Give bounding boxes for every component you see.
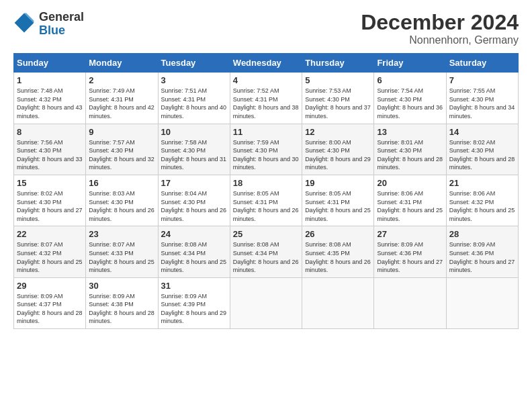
day-info: Sunrise: 8:07 AMSunset: 4:33 PMDaylight:… xyxy=(89,241,154,273)
day-number: 29 xyxy=(17,281,83,291)
day-info: Sunrise: 8:06 AMSunset: 4:32 PMDaylight:… xyxy=(449,190,515,222)
day-number: 10 xyxy=(161,127,227,137)
day-info: Sunrise: 8:06 AMSunset: 4:31 PMDaylight:… xyxy=(377,190,443,222)
logo-icon xyxy=(13,12,35,36)
page-container: General Blue December 2024 Nonnenhorn, G… xyxy=(0,0,532,336)
col-wednesday: Wednesday xyxy=(230,54,302,73)
day-info: Sunrise: 8:04 AMSunset: 4:30 PMDaylight:… xyxy=(161,190,227,222)
calendar-cell: 22Sunrise: 8:07 AMSunset: 4:32 PMDayligh… xyxy=(14,226,86,277)
calendar-cell: 13Sunrise: 8:01 AMSunset: 4:30 PMDayligh… xyxy=(374,124,446,175)
day-number: 1 xyxy=(17,75,83,85)
day-info: Sunrise: 8:09 AMSunset: 4:36 PMDaylight:… xyxy=(449,241,515,273)
day-info: Sunrise: 8:01 AMSunset: 4:30 PMDaylight:… xyxy=(377,139,443,171)
day-info: Sunrise: 8:03 AMSunset: 4:30 PMDaylight:… xyxy=(89,190,154,222)
calendar-header-row: Sunday Monday Tuesday Wednesday Thursday… xyxy=(14,54,519,73)
calendar-cell: 3Sunrise: 7:51 AMSunset: 4:31 PMDaylight… xyxy=(158,73,230,124)
day-number: 14 xyxy=(449,127,515,137)
day-number: 13 xyxy=(377,127,443,137)
day-number: 23 xyxy=(89,229,154,239)
calendar-cell: 21Sunrise: 8:06 AMSunset: 4:32 PMDayligh… xyxy=(446,175,518,226)
day-number: 22 xyxy=(17,229,83,239)
day-info: Sunrise: 7:52 AMSunset: 4:31 PMDaylight:… xyxy=(233,87,299,120)
logo-text: General Blue xyxy=(39,11,84,38)
day-info: Sunrise: 7:58 AMSunset: 4:30 PMDaylight:… xyxy=(161,139,227,171)
day-number: 17 xyxy=(161,178,227,188)
day-info: Sunrise: 8:02 AMSunset: 4:30 PMDaylight:… xyxy=(17,190,83,222)
day-info: Sunrise: 7:49 AMSunset: 4:31 PMDaylight:… xyxy=(89,87,154,120)
calendar-week-row: 1Sunrise: 7:48 AMSunset: 4:32 PMDaylight… xyxy=(14,73,519,124)
calendar-cell: 30Sunrise: 8:09 AMSunset: 4:38 PMDayligh… xyxy=(86,277,158,328)
day-info: Sunrise: 8:09 AMSunset: 4:39 PMDaylight:… xyxy=(161,293,227,325)
calendar-cell: 25Sunrise: 8:08 AMSunset: 4:34 PMDayligh… xyxy=(230,226,302,277)
day-info: Sunrise: 8:00 AMSunset: 4:30 PMDaylight:… xyxy=(305,139,371,171)
main-title: December 2024 xyxy=(361,11,519,34)
calendar-cell: 28Sunrise: 8:09 AMSunset: 4:36 PMDayligh… xyxy=(446,226,518,277)
calendar-cell: 6Sunrise: 7:54 AMSunset: 4:30 PMDaylight… xyxy=(374,73,446,124)
calendar-week-row: 29Sunrise: 8:09 AMSunset: 4:37 PMDayligh… xyxy=(14,277,519,328)
col-tuesday: Tuesday xyxy=(158,54,230,73)
day-info: Sunrise: 7:51 AMSunset: 4:31 PMDaylight:… xyxy=(161,87,227,120)
day-info: Sunrise: 8:05 AMSunset: 4:31 PMDaylight:… xyxy=(233,190,299,222)
day-info: Sunrise: 8:08 AMSunset: 4:34 PMDaylight:… xyxy=(161,241,227,273)
calendar-week-row: 22Sunrise: 8:07 AMSunset: 4:32 PMDayligh… xyxy=(14,226,519,277)
calendar-cell: 16Sunrise: 8:03 AMSunset: 4:30 PMDayligh… xyxy=(86,175,158,226)
calendar-cell: 12Sunrise: 8:00 AMSunset: 4:30 PMDayligh… xyxy=(302,124,374,175)
day-info: Sunrise: 8:09 AMSunset: 4:38 PMDaylight:… xyxy=(89,293,154,325)
calendar-cell: 5Sunrise: 7:53 AMSunset: 4:30 PMDaylight… xyxy=(302,73,374,124)
subtitle: Nonnenhorn, Germany xyxy=(361,34,519,46)
day-number: 4 xyxy=(233,75,299,85)
calendar-cell: 11Sunrise: 7:59 AMSunset: 4:30 PMDayligh… xyxy=(230,124,302,175)
calendar-table: Sunday Monday Tuesday Wednesday Thursday… xyxy=(13,53,519,329)
day-info: Sunrise: 7:57 AMSunset: 4:30 PMDaylight:… xyxy=(89,139,154,171)
day-number: 7 xyxy=(449,75,515,85)
calendar-cell: 9Sunrise: 7:57 AMSunset: 4:30 PMDaylight… xyxy=(86,124,158,175)
calendar-cell xyxy=(230,277,302,328)
calendar-cell: 8Sunrise: 7:56 AMSunset: 4:30 PMDaylight… xyxy=(14,124,86,175)
calendar-cell xyxy=(374,277,446,328)
calendar-cell: 14Sunrise: 8:02 AMSunset: 4:30 PMDayligh… xyxy=(446,124,518,175)
day-info: Sunrise: 7:55 AMSunset: 4:30 PMDaylight:… xyxy=(449,87,515,120)
logo: General Blue xyxy=(13,11,84,38)
day-info: Sunrise: 7:56 AMSunset: 4:30 PMDaylight:… xyxy=(17,139,83,171)
calendar-cell: 1Sunrise: 7:48 AMSunset: 4:32 PMDaylight… xyxy=(14,73,86,124)
day-number: 19 xyxy=(305,178,371,188)
calendar-week-row: 8Sunrise: 7:56 AMSunset: 4:30 PMDaylight… xyxy=(14,124,519,175)
calendar-cell xyxy=(446,277,518,328)
day-number: 6 xyxy=(377,75,443,85)
day-number: 16 xyxy=(89,178,154,188)
col-friday: Friday xyxy=(374,54,446,73)
calendar-cell: 4Sunrise: 7:52 AMSunset: 4:31 PMDaylight… xyxy=(230,73,302,124)
day-number: 9 xyxy=(89,127,154,137)
calendar-week-row: 15Sunrise: 8:02 AMSunset: 4:30 PMDayligh… xyxy=(14,175,519,226)
day-info: Sunrise: 7:54 AMSunset: 4:30 PMDaylight:… xyxy=(377,87,443,120)
day-info: Sunrise: 7:59 AMSunset: 4:30 PMDaylight:… xyxy=(233,139,299,171)
calendar-cell: 31Sunrise: 8:09 AMSunset: 4:39 PMDayligh… xyxy=(158,277,230,328)
calendar-cell: 7Sunrise: 7:55 AMSunset: 4:30 PMDaylight… xyxy=(446,73,518,124)
day-number: 27 xyxy=(377,229,443,239)
day-number: 5 xyxy=(305,75,371,85)
calendar-cell: 20Sunrise: 8:06 AMSunset: 4:31 PMDayligh… xyxy=(374,175,446,226)
title-block: December 2024 Nonnenhorn, Germany xyxy=(361,11,519,46)
day-number: 26 xyxy=(305,229,371,239)
day-number: 8 xyxy=(17,127,83,137)
day-number: 15 xyxy=(17,178,83,188)
day-number: 12 xyxy=(305,127,371,137)
calendar-cell: 24Sunrise: 8:08 AMSunset: 4:34 PMDayligh… xyxy=(158,226,230,277)
day-info: Sunrise: 8:09 AMSunset: 4:37 PMDaylight:… xyxy=(17,293,83,325)
calendar-cell: 2Sunrise: 7:49 AMSunset: 4:31 PMDaylight… xyxy=(86,73,158,124)
calendar-cell: 17Sunrise: 8:04 AMSunset: 4:30 PMDayligh… xyxy=(158,175,230,226)
day-info: Sunrise: 8:08 AMSunset: 4:35 PMDaylight:… xyxy=(305,241,371,273)
day-number: 30 xyxy=(89,281,154,291)
logo-general: General xyxy=(39,10,84,24)
day-number: 25 xyxy=(233,229,299,239)
day-info: Sunrise: 8:02 AMSunset: 4:30 PMDaylight:… xyxy=(449,139,515,171)
col-thursday: Thursday xyxy=(302,54,374,73)
day-info: Sunrise: 8:09 AMSunset: 4:36 PMDaylight:… xyxy=(377,241,443,273)
col-saturday: Saturday xyxy=(446,54,518,73)
col-sunday: Sunday xyxy=(14,54,86,73)
col-monday: Monday xyxy=(86,54,158,73)
day-number: 28 xyxy=(449,229,515,239)
header: General Blue December 2024 Nonnenhorn, G… xyxy=(13,11,519,46)
day-info: Sunrise: 8:07 AMSunset: 4:32 PMDaylight:… xyxy=(17,241,83,273)
calendar-cell: 27Sunrise: 8:09 AMSunset: 4:36 PMDayligh… xyxy=(374,226,446,277)
